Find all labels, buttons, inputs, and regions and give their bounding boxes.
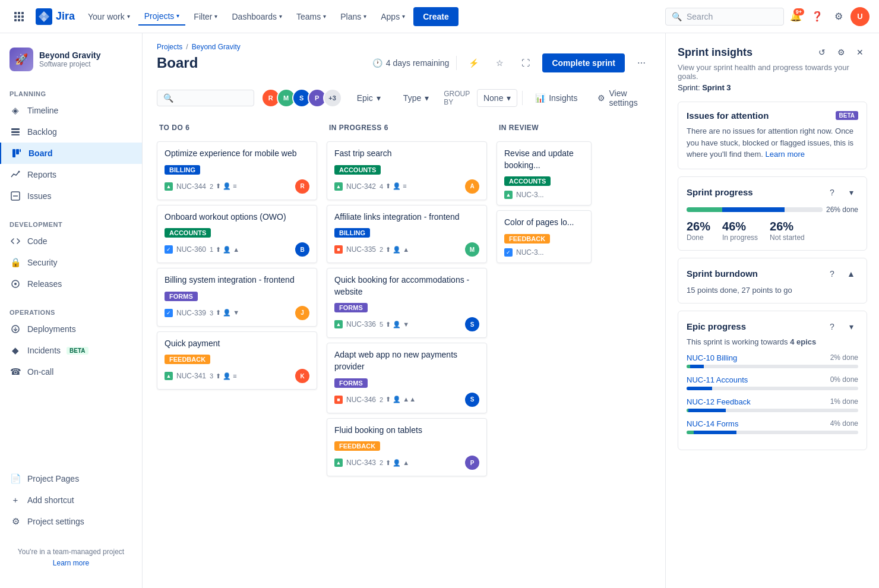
card-tag: FORMS (334, 303, 368, 312)
learn-more-link[interactable]: Learn more (766, 150, 805, 159)
development-title: DEVELOPMENT (0, 216, 142, 230)
card-nuc-339[interactable]: Billing system integration - frontend FO… (157, 268, 317, 327)
sidebar-item-timeline[interactable]: ◈ Timeline (0, 100, 142, 121)
card-nuc-341[interactable]: Quick payment FEEDBACK ▲ NUC-341 3 ⬆ 👤 ≡… (157, 331, 317, 390)
epic-billing-pct: 2% done (830, 353, 858, 362)
card-nuc-336[interactable]: Quick booking for accommodations - websi… (327, 268, 487, 338)
insights-button[interactable]: 📊 Insights (527, 89, 585, 107)
issues-attention-card: Issues for attention BETA There are no i… (678, 102, 867, 169)
sidebar-item-project-settings[interactable]: ⚙ Project settings (0, 511, 142, 532)
user-avatar[interactable]: U (850, 7, 869, 26)
sprint-remaining: 🕐 4 days remaining (372, 58, 450, 68)
card-title: Fast trip search (334, 148, 479, 160)
grid-menu-button[interactable] (10, 7, 29, 26)
sidebar-item-add-shortcut[interactable]: + Add shortcut (0, 489, 142, 511)
sidebar-item-project-pages[interactable]: 📄 Project Pages (0, 468, 142, 489)
sidebar-item-issues[interactable]: Issues (0, 185, 142, 207)
project-avatar: 🚀 (10, 48, 33, 71)
card-avatar: S (465, 317, 479, 331)
jira-logo-icon (36, 8, 52, 25)
close-icon[interactable]: ✕ (853, 45, 867, 59)
logo[interactable]: Jira (36, 8, 75, 25)
card-avatar: M (465, 242, 479, 257)
nav-apps[interactable]: Apps ▾ (375, 8, 411, 25)
view-settings-button[interactable]: ⚙ View settings (590, 84, 651, 112)
card-nuc-344[interactable]: Optimize experience for mobile web BILLI… (157, 141, 317, 200)
sidebar-item-security[interactable]: 🔒 Security (0, 252, 142, 273)
insights-icon: 📊 (535, 93, 545, 103)
releases-icon (10, 278, 21, 290)
card-avatar: K (295, 369, 309, 383)
card-nuc-3y[interactable]: Color of pages lo... FEEDBACK ✓ NUC-3... (497, 210, 592, 263)
card-title: Adapt web app no new payments provider (334, 349, 479, 372)
help-icon[interactable]: ? (825, 185, 839, 200)
nav-plans[interactable]: Plans ▾ (334, 8, 372, 25)
help-button[interactable]: ❓ (808, 7, 827, 26)
divider (522, 91, 523, 105)
card-nuc-3x[interactable]: Revise and update booking... ACCOUNTS ▲ … (497, 141, 592, 206)
chevron-down-icon: ▾ (279, 13, 282, 20)
epic-forms-link[interactable]: NUC-14 Forms (687, 419, 738, 428)
epic-filter-button[interactable]: Epic ▾ (349, 89, 388, 107)
card-nuc-346[interactable]: Adapt web app no new payments provider F… (327, 343, 487, 413)
help-icon[interactable]: ? (825, 267, 839, 281)
more-options-button[interactable]: ⋯ (632, 53, 651, 72)
group-by-dropdown[interactable]: None ▾ (477, 89, 517, 107)
beta-tag: BETA (836, 111, 858, 120)
complete-sprint-button[interactable]: Complete sprint (542, 53, 625, 72)
fullscreen-button[interactable]: ⛶ (516, 53, 535, 72)
sidebar-item-reports[interactable]: Reports (0, 164, 142, 185)
nav-projects[interactable]: Projects ▾ (138, 8, 186, 26)
epic-forms-pct: 4% done (830, 419, 858, 428)
sidebar-item-code[interactable]: Code (0, 230, 142, 252)
breadcrumb-project[interactable]: Beyond Gravity (192, 43, 241, 51)
epic-accounts-link[interactable]: NUC-11 Accounts (687, 375, 748, 384)
search-box[interactable]: 🔍 Search (665, 8, 784, 26)
notifications-button[interactable]: 🔔 9+ (786, 7, 805, 26)
learn-more-link[interactable]: Learn more (53, 559, 89, 567)
sidebar-item-board[interactable]: Board (0, 143, 142, 164)
nav-filter[interactable]: Filter ▾ (188, 8, 223, 25)
epic-feedback-link[interactable]: NUC-12 Feedback (687, 397, 751, 406)
settings-button[interactable]: ⚙ (829, 7, 848, 26)
avatar-count[interactable]: +3 (323, 88, 342, 108)
not-started-value: 26% (770, 220, 805, 233)
add-shortcut-icon: + (10, 494, 21, 506)
refresh-icon[interactable]: ↺ (815, 45, 829, 59)
issue-icon: ▲ (165, 182, 173, 191)
chevron-down-icon[interactable]: ▾ (844, 320, 858, 334)
help-icon[interactable]: ? (825, 320, 839, 334)
type-filter-button[interactable]: Type ▾ (396, 89, 437, 107)
card-tag: BILLING (165, 165, 200, 175)
board-toolbar: 🔍 R M S P +3 Epic ▾ Type ▾ GROUP BY None (143, 77, 665, 119)
sidebar-item-backlog[interactable]: Backlog (0, 121, 142, 143)
create-button[interactable]: Create (413, 7, 459, 26)
lightning-button[interactable]: ⚡ (464, 53, 483, 72)
chevron-up-icon[interactable]: ▲ (844, 267, 858, 281)
chevron-up-icon[interactable]: ▾ (844, 185, 858, 200)
card-nuc-335[interactable]: Affiliate links integration - frontend B… (327, 205, 487, 264)
chevron-down-icon: ▾ (377, 93, 381, 103)
divider (456, 56, 457, 70)
nav-your-work[interactable]: Your work ▾ (82, 8, 136, 25)
project-settings-icon: ⚙ (10, 516, 21, 527)
sidebar-item-deployments[interactable]: Deployments (0, 318, 142, 340)
sidebar-item-incidents[interactable]: ◆ Incidents BETA (0, 340, 142, 361)
nav-dashboards[interactable]: Dashboards ▾ (226, 8, 288, 25)
star-button[interactable]: ☆ (490, 53, 509, 72)
card-avatar: A (465, 179, 479, 194)
sidebar-item-releases[interactable]: Releases (0, 273, 142, 295)
svg-rect-3 (12, 149, 15, 157)
insights-settings-icon[interactable]: ⚙ (834, 45, 848, 59)
column-header-inprogress: IN PROGRESS 6 (327, 119, 487, 137)
card-nuc-360[interactable]: Onboard workout options (OWO) ACCOUNTS ✓… (157, 205, 317, 264)
breadcrumb-projects[interactable]: Projects (157, 43, 182, 51)
card-nuc-343[interactable]: Fluid booking on tablets FEEDBACK ▲ NUC-… (327, 418, 487, 477)
nav-teams[interactable]: Teams ▾ (290, 8, 332, 25)
sidebar-item-oncall[interactable]: ☎ On-call (0, 361, 142, 382)
card-nuc-342[interactable]: Fast trip search ACCOUNTS ▲ NUC-342 4 ⬆ … (327, 141, 487, 200)
card-title: Revise and update booking... (504, 148, 584, 171)
board-search[interactable]: 🔍 (157, 90, 254, 106)
epic-progress-title: Epic progress (687, 321, 746, 331)
epic-billing-link[interactable]: NUC-10 Billing (687, 353, 737, 362)
